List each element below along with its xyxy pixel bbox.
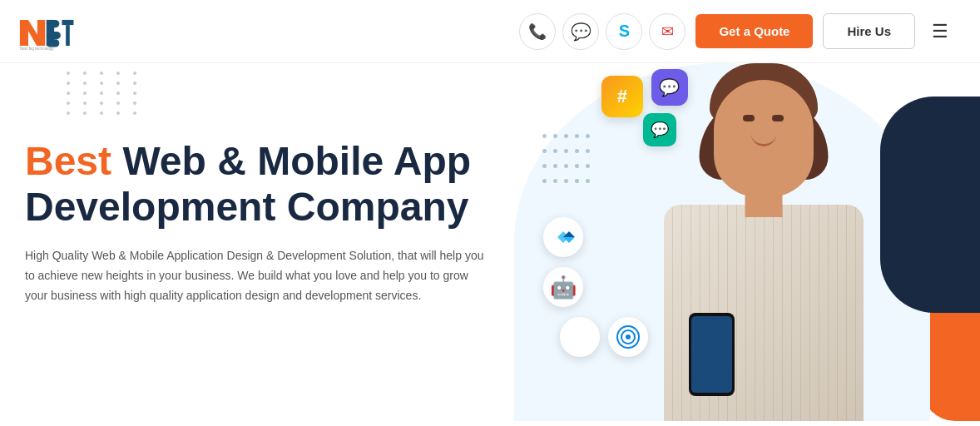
phone-button[interactable]: 📞 [519, 13, 556, 50]
svg-rect-3 [47, 32, 61, 39]
skype-icon: S [619, 22, 630, 41]
hero-title: Best Web & Mobile App Development Compan… [25, 138, 506, 230]
chat-bubble-icon-float: 💬 [651, 69, 688, 106]
logo-image: Next big technology [17, 8, 75, 54]
svg-text:Next big technology: Next big technology [20, 47, 55, 51]
hire-us-button[interactable]: Hire Us [823, 13, 915, 49]
target-svg [616, 324, 641, 349]
hero-title-orange: Best [25, 139, 111, 183]
apple-icon-float [560, 317, 600, 357]
email-button[interactable]: ✉ [649, 13, 686, 50]
svg-rect-6 [66, 25, 70, 46]
float-icons-bottom [560, 317, 648, 357]
hero-section: Best Web & Mobile App Development Compan… [0, 63, 980, 421]
skype-button[interactable]: S [606, 13, 642, 50]
android-icon-float: 🤖 [543, 267, 583, 307]
whatsapp-icon: 💬 [571, 22, 591, 42]
menu-button[interactable]: ☰ [925, 14, 955, 49]
dots-pattern-top [67, 72, 143, 115]
float-icons-mid: 🤖 [543, 217, 583, 307]
message-icon-float: 💬 [643, 113, 676, 146]
hero-woman-image [589, 63, 938, 421]
header: Next big technology 📞 💬 S ✉ Get a Quote … [0, 0, 980, 63]
flutter-icon-float [543, 217, 583, 257]
target-icon-float [608, 317, 648, 357]
svg-rect-2 [47, 20, 60, 27]
hero-title-line2: Development Company [25, 184, 506, 230]
flutter-svg [552, 225, 575, 249]
svg-rect-4 [47, 39, 60, 47]
hashtag-icon-float: # [601, 76, 643, 117]
whatsapp-button[interactable]: 💬 [562, 13, 599, 50]
header-right: 📞 💬 S ✉ Get a Quote Hire Us ☰ [519, 13, 955, 50]
menu-icon: ☰ [932, 21, 948, 42]
svg-point-13 [626, 334, 631, 339]
svg-marker-0 [20, 20, 45, 46]
email-icon: ✉ [661, 22, 674, 41]
hero-title-line1: Best Web & Mobile App [25, 138, 506, 184]
hero-description: High Quality Web & Mobile Application De… [25, 246, 491, 305]
svg-rect-5 [62, 20, 73, 25]
get-quote-button[interactable]: Get a Quote [695, 14, 813, 48]
logo-area: Next big technology [17, 8, 75, 54]
hero-title-dark1: Web & Mobile App [122, 139, 471, 183]
hero-right: # 💬 💬 🤖 [539, 63, 980, 421]
hero-left: Best Web & Mobile App Development Compan… [0, 63, 539, 421]
contact-icons: 📞 💬 S ✉ [519, 13, 686, 50]
phone-icon: 📞 [528, 22, 547, 41]
